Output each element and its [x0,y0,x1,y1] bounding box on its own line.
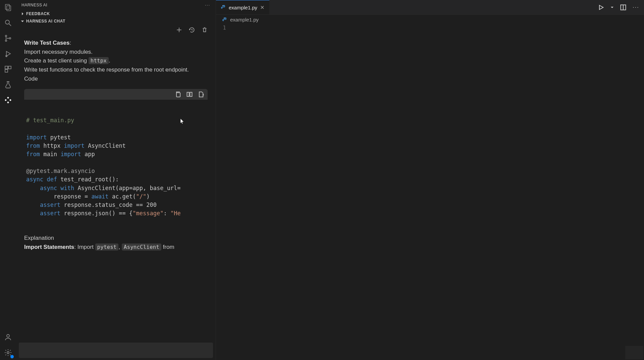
editor-actions: ··· [598,4,644,11]
sync-badge-icon [10,355,14,359]
tab-bar: example1.py ··· [216,0,644,15]
chat-message: Write Test Cases: Import necessary modul… [24,39,208,83]
sidebar-panel: HARNESS AI ··· FEEDBACK HARNESS AI CHAT … [16,0,216,360]
run-debug-icon[interactable] [3,49,13,58]
line-number: 1 [216,25,226,31]
inline-code: pytest [95,243,119,251]
delete-icon[interactable] [202,27,208,33]
search-icon[interactable] [3,18,13,28]
new-chat-icon[interactable] [176,27,182,33]
editor-group: example1.py ··· example1.py 1 [216,0,644,360]
svg-rect-18 [190,92,192,97]
run-icon[interactable] [598,4,604,11]
inline-code: AsyncClient [122,243,161,251]
sidebar-title: HARNESS AI [21,3,47,7]
svg-point-12 [7,334,9,337]
copy-icon[interactable] [175,91,181,98]
accounts-icon[interactable] [3,332,13,342]
svg-marker-22 [599,5,603,9]
msg-heading: Write Test Cases [24,40,69,46]
svg-rect-17 [187,92,189,97]
breadcrumb[interactable]: example1.py [216,15,644,25]
svg-point-25 [224,18,224,18]
history-icon[interactable] [189,27,195,33]
settings-icon[interactable] [3,348,13,357]
svg-point-13 [7,352,9,354]
section-chat-label: HARNESS AI CHAT [26,19,65,24]
chat-input-wrap [16,341,216,360]
explanation-line: Import Statements: Import pytest, AsyncC… [24,243,208,252]
section-feedback[interactable]: FEEDBACK [16,10,216,17]
close-icon[interactable] [260,5,265,10]
extensions-icon[interactable] [3,64,13,74]
svg-point-2 [5,20,9,24]
msg-line: Write test functions to check the respon… [24,66,208,74]
source-control-icon[interactable] [3,34,13,43]
svg-rect-1 [7,6,11,11]
more-icon[interactable]: ··· [205,3,210,7]
section-feedback-label: FEEDBACK [26,11,50,16]
split-editor-icon[interactable] [620,4,627,11]
msg-line: Code [24,75,208,83]
code-toolbar [24,89,208,100]
code-editor[interactable]: 1 [216,25,644,360]
explanation-heading: Explanation [24,234,208,242]
explorer-icon[interactable] [3,3,13,12]
testing-icon[interactable] [3,80,13,89]
code-block[interactable]: # test_main.py import pytest from httpx … [24,100,208,230]
svg-line-3 [9,24,11,26]
chat-explanation: Explanation Import Statements: Import py… [24,234,208,251]
breadcrumb-label: example1.py [230,17,259,22]
svg-point-4 [5,35,7,37]
chevron-right-icon [20,11,25,16]
tab-example1[interactable]: example1.py [216,0,269,14]
chat-toolbar [16,25,216,35]
activity-bar [0,0,16,360]
svg-point-5 [5,40,7,41]
svg-point-6 [9,38,11,39]
svg-point-19 [222,5,223,6]
msg-line: Create a test client using httpx. [24,57,208,65]
chevron-down-icon [20,19,25,24]
more-icon[interactable]: ··· [633,4,639,11]
svg-rect-16 [176,93,180,97]
gutter: 1 [216,25,233,360]
python-file-icon [222,17,227,22]
python-file-icon [221,5,226,10]
run-dropdown-icon[interactable] [610,4,614,11]
minimap[interactable] [625,346,643,359]
new-file-icon[interactable] [198,91,204,98]
tab-label: example1.py [229,5,257,10]
msg-line: Import necessary modules. [24,48,208,56]
inline-code: httpx [89,57,109,64]
section-chat[interactable]: HARNESS AI CHAT [16,17,216,25]
harness-icon[interactable] [3,95,13,105]
chat-body[interactable]: Write Test Cases: Import necessary modul… [16,35,216,341]
svg-rect-0 [5,4,9,9]
chat-input[interactable] [19,343,213,358]
svg-rect-9 [5,66,8,69]
svg-rect-11 [5,70,8,72]
sidebar-title-row: HARNESS AI ··· [16,0,216,10]
insert-icon[interactable] [186,91,193,98]
svg-rect-10 [8,66,11,69]
